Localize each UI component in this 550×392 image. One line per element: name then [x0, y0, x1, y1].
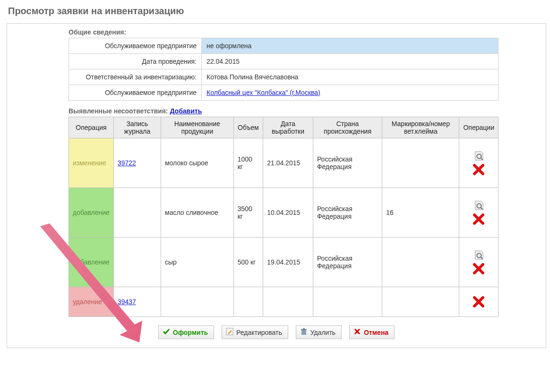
edit-button[interactable]: Редактировать — [222, 325, 288, 339]
cell-date: 19.04.2015 — [263, 238, 313, 287]
general-header: Общие сведения: — [69, 28, 541, 36]
cell-operation: удаление — [69, 287, 114, 317]
label-date: Дата проведения: — [69, 54, 202, 69]
view-icon[interactable] — [473, 150, 484, 162]
enterprise-link[interactable]: Колбасный цех "Колбаска" (г.Москва) — [206, 89, 320, 96]
delete-row-icon[interactable] — [463, 163, 494, 176]
label-responsible: Ответственный за инвентаризацию: — [69, 69, 202, 85]
cell-actions — [459, 188, 498, 238]
delete-row-icon[interactable] — [463, 263, 494, 275]
button-bar: Оформить Редактировать Удалить Отмена — [12, 325, 541, 339]
cell-product: сыр — [161, 238, 234, 287]
x-icon — [353, 328, 361, 337]
col-product: Наименование продукции — [161, 117, 234, 138]
submit-button[interactable]: Оформить — [158, 325, 214, 339]
svg-rect-10 — [303, 328, 305, 329]
page-title: Просмотр заявки на инвентаризацию — [8, 6, 543, 17]
cell-volume: 3500 кг — [233, 188, 263, 238]
col-volume: Объем — [233, 117, 263, 138]
delete-label: Удалить — [310, 329, 335, 336]
col-operation: Операция — [69, 117, 114, 138]
cancel-label: Отмена — [364, 329, 388, 336]
cell-product — [161, 287, 234, 317]
delete-button[interactable]: Удалить — [296, 325, 342, 339]
cell-country — [313, 287, 382, 317]
table-row: добавлениемасло сливочное3500 кг10.04.20… — [69, 188, 498, 238]
trash-icon — [300, 328, 308, 337]
submit-label: Оформить — [173, 329, 208, 336]
cell-country: Российская Федерация — [313, 188, 382, 238]
edit-label: Редактировать — [236, 329, 282, 336]
cell-marking — [382, 138, 459, 188]
cell-journal — [113, 188, 161, 238]
col-actions: Операции — [459, 117, 498, 138]
cell-product: масло сливочное — [161, 188, 234, 238]
cell-date: 21.04.2015 — [263, 138, 313, 188]
add-discrepancy-link[interactable]: Добавить — [170, 107, 202, 115]
cell-volume: 1000 кг — [233, 138, 263, 188]
cancel-button[interactable]: Отмена — [349, 325, 395, 339]
cell-date: 10.04.2015 — [263, 188, 313, 238]
delete-row-icon[interactable] — [463, 213, 494, 225]
label-enterprise2: Обслуживаемое предприятие — [69, 85, 202, 101]
delete-row-icon[interactable] — [463, 296, 494, 308]
cell-country: Российская Федерация — [313, 238, 382, 287]
cell-product: молоко сырое — [161, 138, 234, 188]
svg-rect-8 — [301, 330, 306, 335]
cell-journal: 39722 — [113, 138, 161, 188]
cell-actions — [459, 238, 498, 287]
col-journal: Запись журнала — [113, 117, 161, 138]
cell-journal: 39437 — [113, 287, 161, 317]
col-country: Страна происхождения — [313, 117, 382, 138]
value-enterprise: не оформлена — [202, 38, 498, 54]
cell-marking: 16 — [382, 188, 459, 238]
table-row: удаление39437 — [69, 287, 498, 317]
cell-actions — [459, 138, 498, 188]
cell-country: Российская Федерация — [313, 138, 382, 188]
label-enterprise: Обслуживаемое предприятие — [69, 38, 202, 54]
cell-volume: 500 кг — [233, 238, 263, 287]
cell-operation: добавление — [69, 188, 114, 238]
cell-volume — [233, 287, 263, 317]
table-row: изменение39722молоко сырое1000 кг21.04.2… — [69, 138, 498, 188]
cell-operation: изменение — [69, 138, 114, 188]
discrepancies-table: Операция Запись журнала Наименование про… — [69, 117, 498, 317]
journal-link[interactable]: 39722 — [118, 159, 136, 167]
cell-date — [263, 287, 313, 317]
col-proddate: Дата выработки — [263, 117, 313, 138]
main-panel: Общие сведения: Обслуживаемое предприяти… — [7, 23, 546, 348]
pencil-icon — [226, 328, 233, 337]
discrepancies-header-text: Выявленные несоответствия: — [69, 107, 168, 115]
col-marking: Маркировка/номер вет.клейма — [382, 117, 459, 138]
view-icon[interactable] — [473, 200, 484, 211]
cell-actions — [459, 287, 498, 317]
svg-rect-9 — [301, 329, 307, 330]
cell-marking — [382, 238, 459, 287]
view-icon[interactable] — [473, 249, 484, 261]
value-date: 22.04.2015 — [202, 54, 498, 69]
check-icon — [163, 328, 170, 337]
table-row: добавлениесыр500 кг19.04.2015Российская … — [69, 238, 498, 287]
cell-journal — [113, 238, 161, 287]
cell-marking — [382, 287, 459, 317]
value-responsible: Котова Полина Вячеславовна — [202, 69, 498, 85]
journal-link[interactable]: 39437 — [118, 298, 136, 306]
discrepancies-header: Выявленные несоответствия: Добавить — [69, 107, 541, 115]
cell-operation: добавление — [69, 238, 114, 287]
general-info-table: Обслуживаемое предприятие не оформлена Д… — [69, 38, 498, 101]
value-enterprise2: Колбасный цех "Колбаска" (г.Москва) — [202, 85, 498, 101]
